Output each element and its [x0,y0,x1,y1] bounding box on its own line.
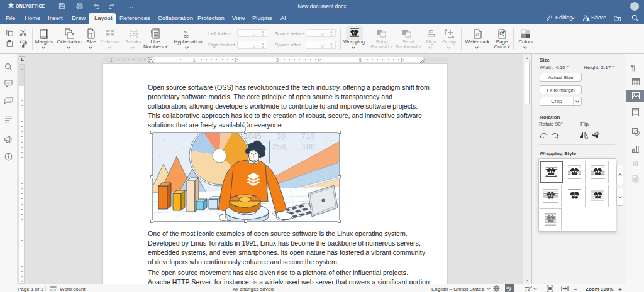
svg-text:100: 100 [302,143,315,151]
svg-text:258: 258 [272,143,286,151]
svg-text:710: 710 [301,132,314,141]
svg-text:38: 38 [277,132,286,141]
svg-text:abc: abc [506,286,512,289]
svg-text:123: 123 [50,288,57,291]
svg-text:bc: bc [184,34,189,38]
svg-text:a-: a- [184,30,188,34]
svg-text:A: A [475,31,479,38]
